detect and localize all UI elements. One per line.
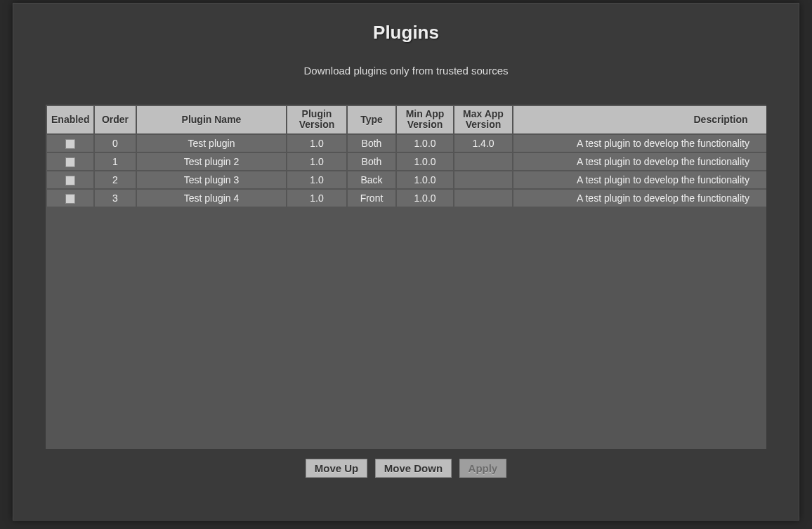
cell-type: Both xyxy=(348,135,395,152)
cell-order: 1 xyxy=(95,153,136,170)
cell-order: 2 xyxy=(95,171,136,188)
cell-description: A test plugin to develop the functionali… xyxy=(513,190,766,207)
cell-description: A test plugin to develop the functionali… xyxy=(513,135,766,152)
cell-plugin-name: Test plugin 4 xyxy=(137,190,286,207)
plugins-table: Enabled Order Plugin Name Plugin Version… xyxy=(46,105,766,208)
table-header-row: Enabled Order Plugin Name Plugin Version… xyxy=(47,106,766,133)
col-header-enabled[interactable]: Enabled xyxy=(47,106,93,133)
cell-min-app-version: 1.0.0 xyxy=(397,171,453,188)
col-header-description[interactable]: Description xyxy=(513,106,766,133)
cell-order: 0 xyxy=(95,135,136,152)
col-header-order[interactable]: Order xyxy=(95,106,136,133)
cell-enabled xyxy=(47,135,93,152)
cell-plugin-version: 1.0 xyxy=(287,135,346,152)
cell-enabled xyxy=(47,153,93,170)
cell-plugin-version: 1.0 xyxy=(287,171,346,188)
dialog-button-row: Move Up Move Down Apply xyxy=(13,459,799,478)
col-header-plugin-name[interactable]: Plugin Name xyxy=(137,106,286,133)
cell-description: A test plugin to develop the functionali… xyxy=(513,153,766,170)
cell-plugin-name: Test plugin 3 xyxy=(137,171,286,188)
cell-min-app-version: 1.0.0 xyxy=(397,153,453,170)
cell-type: Both xyxy=(348,153,395,170)
table-row[interactable]: 0Test plugin1.0Both1.0.01.4.0A test plug… xyxy=(47,135,766,152)
cell-plugin-version: 1.0 xyxy=(287,190,346,207)
col-header-type[interactable]: Type xyxy=(348,106,395,133)
enabled-checkbox[interactable] xyxy=(65,157,75,167)
col-header-min-app-version[interactable]: Min App Version xyxy=(397,106,453,133)
move-down-button[interactable]: Move Down xyxy=(375,459,452,478)
plugins-table-container[interactable]: Enabled Order Plugin Name Plugin Version… xyxy=(46,105,766,449)
enabled-checkbox[interactable] xyxy=(65,176,75,185)
move-up-button[interactable]: Move Up xyxy=(306,459,368,478)
cell-order: 3 xyxy=(95,190,136,207)
cell-min-app-version: 1.0.0 xyxy=(397,190,453,207)
plugins-dialog: Plugins Download plugins only from trust… xyxy=(13,3,799,521)
cell-enabled xyxy=(47,190,93,207)
enabled-checkbox[interactable] xyxy=(65,194,75,204)
apply-button[interactable]: Apply xyxy=(459,459,507,478)
cell-max-app-version xyxy=(454,171,512,188)
cell-min-app-version: 1.0.0 xyxy=(397,135,453,152)
dialog-title: Plugins xyxy=(13,22,799,44)
cell-plugin-name: Test plugin xyxy=(137,135,286,152)
enabled-checkbox[interactable] xyxy=(65,139,75,149)
cell-max-app-version: 1.4.0 xyxy=(454,135,512,152)
cell-description: A test plugin to develop the functionali… xyxy=(513,171,766,188)
cell-type: Back xyxy=(348,171,395,188)
col-header-plugin-version[interactable]: Plugin Version xyxy=(287,106,346,133)
cell-plugin-name: Test plugin 2 xyxy=(137,153,286,170)
cell-type: Front xyxy=(348,190,395,207)
cell-enabled xyxy=(47,171,93,188)
table-row[interactable]: 1Test plugin 21.0Both1.0.0A test plugin … xyxy=(47,153,766,170)
table-row[interactable]: 2Test plugin 31.0Back1.0.0A test plugin … xyxy=(47,171,766,188)
dialog-subtitle: Download plugins only from trusted sourc… xyxy=(13,65,799,77)
table-row[interactable]: 3Test plugin 41.0Front1.0.0A test plugin… xyxy=(47,190,766,207)
cell-max-app-version xyxy=(454,153,512,170)
col-header-max-app-version[interactable]: Max App Version xyxy=(454,106,512,133)
cell-plugin-version: 1.0 xyxy=(287,153,346,170)
cell-max-app-version xyxy=(454,190,512,207)
